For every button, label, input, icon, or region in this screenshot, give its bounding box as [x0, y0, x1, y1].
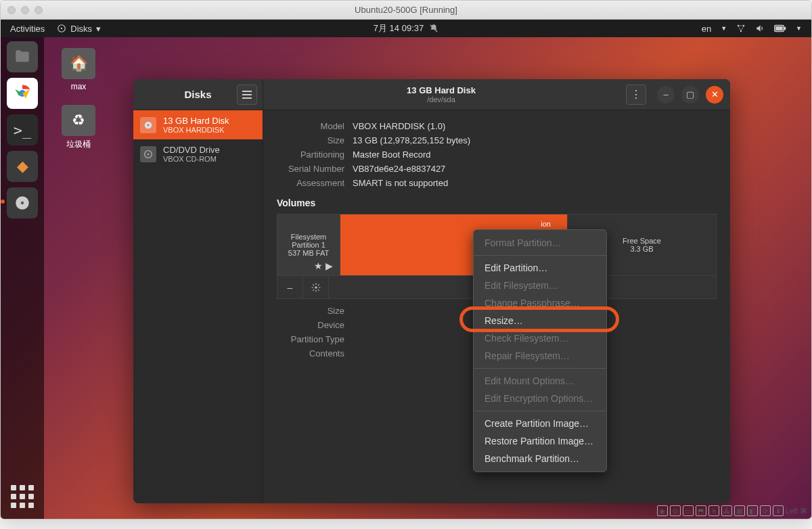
disks-title: Disks: [184, 89, 211, 100]
virtualbox-status-tray: ◉ ⊙ ▭ ⬒ 🖰 🖧 ▦ ◧ ⟳ ⬇ Left ⌘: [657, 504, 807, 518]
dock-disks[interactable]: [7, 187, 38, 218]
menu-benchmark[interactable]: Benchmark Partition…: [474, 450, 606, 467]
label-partitioning: Partitioning: [277, 150, 344, 160]
label-vol-contents: Contents: [277, 348, 344, 359]
label-serial: Serial Number: [277, 164, 344, 174]
vbox-tray-icon[interactable]: ⟳: [760, 505, 771, 516]
mac-titlebar: Ubuntu20-500G [Running]: [1, 1, 811, 20]
svg-point-19: [148, 153, 150, 155]
menu-edit-filesystem: Edit Filesystem…: [474, 277, 606, 294]
value-model: VBOX HARDDISK (1.0): [353, 121, 717, 131]
dock-terminal[interactable]: >_: [7, 114, 38, 145]
menu-edit-partition[interactable]: Edit Partition…: [474, 259, 606, 277]
label-assessment: Assessment: [277, 178, 344, 188]
menu-check-filesystem: Check Filesystem…: [474, 329, 606, 347]
vbox-tray-icon[interactable]: 🖧: [721, 505, 732, 516]
notification-off-icon: [429, 24, 438, 33]
sidebar-item-sub: VBOX HARDDISK: [163, 126, 229, 134]
vbox-tray-icon[interactable]: 🖰: [708, 505, 719, 516]
ubuntu-desktop: Activities Disks ▾ 7月 14 09:37 en ▼ ▼: [1, 20, 811, 520]
disk-sidebar: 13 GB Hard DiskVBOX HARDDISK CD/DVD Driv…: [133, 110, 263, 503]
label-vol-device: Device: [277, 320, 344, 330]
clock[interactable]: 7月 14 09:37: [374, 22, 424, 34]
vbox-tray-icon[interactable]: ▦: [734, 505, 745, 516]
minimize-button[interactable]: –: [657, 86, 675, 104]
value-size: 13 GB (12,978,225,152 bytes): [353, 135, 717, 145]
menu-create-image[interactable]: Create Partition Image…: [474, 415, 606, 432]
volume-context-menu: Format Partition… Edit Partition… Edit F…: [473, 229, 607, 472]
label-vol-ptype: Partition Type: [277, 334, 344, 344]
vbox-tray-icon[interactable]: ⬇: [773, 505, 784, 516]
drive-menu-button[interactable]: ⋮: [626, 85, 646, 105]
vbox-tray-icon[interactable]: ▭: [683, 505, 694, 516]
sidebar-item-sub: VBOX CD-ROM: [163, 155, 220, 163]
menu-resize[interactable]: Resize…: [474, 312, 606, 329]
sidebar-disk-cdrom[interactable]: CD/DVD DriveVBOX CD-ROM: [133, 139, 263, 168]
sidebar-disk-hdd[interactable]: 13 GB Hard DiskVBOX HARDDISK: [133, 110, 263, 139]
hdd-icon: [140, 117, 156, 133]
cdrom-icon: [140, 146, 156, 162]
disk-title: 13 GB Hard Disk: [407, 85, 476, 95]
volumes-heading: Volumes: [277, 198, 717, 208]
vbox-tray-icon[interactable]: ◉: [657, 505, 668, 516]
trash-label: 垃圾桶: [55, 139, 102, 150]
hamburger-button[interactable]: [237, 85, 257, 105]
partition-1[interactable]: Filesystem Partition 1 537 MB FAT ★ ▶: [277, 214, 340, 275]
sidebar-item-label: 13 GB Hard Disk: [163, 116, 229, 126]
disks-app-window: Disks 13 GB Hard Disk /dev/sda ⋮ – ▢ ✕: [133, 79, 730, 503]
menu-restore-image[interactable]: Restore Partition Image…: [474, 432, 606, 450]
value-partitioning: Master Boot Record: [353, 150, 717, 160]
dock-files[interactable]: [7, 41, 38, 72]
sidebar-item-label: CD/DVD Drive: [163, 145, 220, 155]
home-folder-icon[interactable]: 🏠 max: [55, 48, 102, 91]
star-play-icons[interactable]: ★ ▶: [314, 260, 333, 271]
menu-encryption-options: Edit Encryption Options…: [474, 390, 606, 407]
unmount-button[interactable]: –: [277, 276, 303, 298]
label-size: Size: [277, 135, 344, 145]
vbox-tray-icon[interactable]: ◧: [747, 505, 758, 516]
dock-sublime[interactable]: ◆: [7, 151, 38, 182]
desktop-icons: 🏠 max ♻ 垃圾桶: [55, 48, 102, 150]
gnome-topbar: Activities Disks ▾ 7月 14 09:37 en ▼ ▼: [1, 20, 811, 37]
svg-point-17: [148, 124, 150, 126]
close-button[interactable]: ✕: [706, 86, 723, 104]
vbox-tray-icon[interactable]: ⬒: [696, 505, 706, 516]
mac-window: Ubuntu20-500G [Running] Activities Disks…: [0, 0, 812, 520]
vbox-tray-icon[interactable]: ⊙: [670, 505, 681, 516]
menu-format-partition: Format Partition…: [474, 234, 606, 252]
value-assessment: SMART is not supported: [353, 178, 717, 188]
label-vol-size: Size: [277, 306, 344, 316]
disks-headerbar: Disks 13 GB Hard Disk /dev/sda ⋮ – ▢ ✕: [133, 79, 730, 110]
dock-chrome[interactable]: [7, 78, 38, 109]
disk-device-path: /dev/sda: [427, 95, 455, 104]
home-folder-label: max: [55, 82, 102, 91]
launcher-dock: >_ ◆: [1, 37, 44, 520]
volume-settings-button[interactable]: [303, 276, 329, 298]
label-model: Model: [277, 121, 344, 131]
menu-repair-filesystem: Repair Filesystem…: [474, 347, 606, 365]
svg-point-12: [21, 202, 24, 204]
maximize-button[interactable]: ▢: [681, 86, 699, 104]
menu-change-passphrase: Change Passphrase…: [474, 294, 606, 312]
value-serial: VB87de6e24-e8837427: [353, 164, 717, 174]
disk-content: ModelVBOX HARDDISK (1.0) Size13 GB (12,9…: [263, 110, 730, 503]
trash-icon[interactable]: ♻ 垃圾桶: [55, 105, 102, 150]
host-key-label: Left ⌘: [786, 507, 807, 515]
show-applications[interactable]: [7, 481, 38, 512]
menu-mount-options: Edit Mount Options…: [474, 372, 606, 390]
svg-point-20: [315, 286, 317, 289]
mac-window-title: Ubuntu20-500G [Running]: [1, 5, 811, 15]
